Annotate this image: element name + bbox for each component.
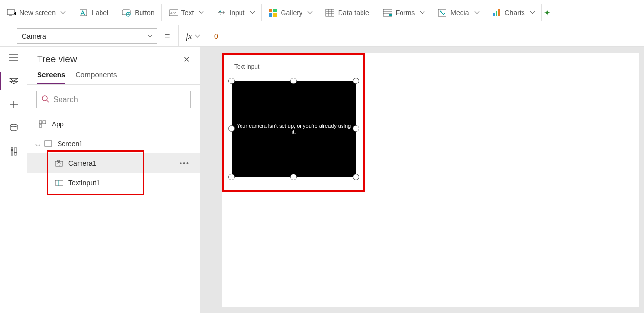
data-rail-icon[interactable]	[8, 122, 20, 134]
text-label: Text	[181, 9, 194, 17]
media-icon	[438, 8, 446, 17]
button-button[interactable]: Button	[115, 0, 161, 25]
resize-handle[interactable]	[290, 78, 297, 84]
text-button[interactable]: Abc Text	[162, 0, 210, 25]
screen-icon	[44, 139, 53, 148]
tree-item-screen[interactable]: Screen1	[27, 134, 200, 153]
chevron-down-icon	[307, 9, 312, 14]
svg-rect-36	[11, 147, 13, 155]
svg-rect-16	[326, 9, 334, 16]
property-name: Camera	[22, 32, 46, 40]
search-icon	[41, 95, 49, 104]
resize-handle[interactable]	[353, 174, 359, 180]
resize-handle[interactable]	[228, 174, 235, 180]
forms-label: Forms	[396, 9, 415, 17]
app-icon	[38, 120, 47, 128]
tree-item-label: Screen1	[58, 140, 83, 147]
input-icon	[217, 8, 225, 17]
formula-bar: Camera = fx 0	[0, 25, 644, 47]
resize-handle[interactable]	[228, 78, 235, 84]
tree-view-panel: Tree view ✕ Screens Components Search Ap…	[27, 47, 200, 313]
chevron-down-icon	[420, 9, 425, 14]
tree-view-rail-icon[interactable]	[8, 75, 20, 87]
left-rail	[0, 47, 27, 313]
tab-components[interactable]: Components	[75, 70, 117, 84]
charts-label: Charts	[505, 9, 525, 17]
svg-point-10	[220, 10, 221, 12]
fx-button[interactable]: fx	[178, 25, 208, 46]
input-button[interactable]: Input	[210, 0, 261, 25]
svg-rect-15	[273, 13, 277, 17]
more-icon[interactable]: •••	[180, 159, 190, 167]
gallery-button[interactable]: Gallery	[262, 0, 319, 25]
svg-text:Abc: Abc	[170, 11, 177, 15]
svg-rect-13	[273, 9, 277, 12]
chevron-down-icon[interactable]	[34, 140, 39, 147]
tree-item-camera1[interactable]: Camera1 •••	[27, 153, 200, 173]
svg-point-26	[440, 10, 442, 12]
svg-rect-45	[45, 141, 52, 146]
fx-label: fx	[186, 32, 192, 41]
property-selector[interactable]: Camera	[17, 28, 157, 44]
data-table-icon	[325, 8, 334, 17]
tree-item-textinput1[interactable]: TextInput1	[27, 173, 200, 192]
resize-handle[interactable]	[290, 174, 297, 180]
new-screen-button[interactable]: + New screen	[0, 0, 72, 25]
search-input[interactable]: Search	[36, 91, 191, 108]
tools-rail-icon[interactable]	[8, 146, 20, 157]
media-label: Media	[450, 9, 469, 17]
svg-rect-49	[55, 180, 63, 185]
button-icon	[122, 8, 131, 17]
svg-rect-38	[11, 149, 13, 151]
ribbon: + New screen Label Button Abc Text Input	[0, 0, 644, 25]
charts-button[interactable]: Charts	[485, 0, 541, 25]
formula-value: 0	[214, 32, 218, 40]
insert-rail-icon[interactable]	[8, 99, 20, 110]
plus-icon: ✦	[544, 9, 550, 17]
data-table-button[interactable]: Data table	[319, 0, 376, 25]
button-label: Button	[135, 9, 154, 17]
text-input-value: Text input	[234, 63, 259, 70]
formula-input[interactable]: 0	[207, 25, 644, 46]
resize-handle[interactable]	[228, 125, 235, 132]
hamburger-icon[interactable]	[8, 52, 20, 63]
label-icon	[79, 8, 88, 17]
chevron-down-icon	[199, 9, 204, 14]
tree-item-label: Camera1	[68, 159, 97, 167]
canvas-page[interactable]: Text input Your camera isn't set up, or …	[222, 53, 639, 307]
camera-control[interactable]: Your camera isn't set up, or you're alre…	[232, 81, 356, 177]
svg-point-48	[58, 162, 60, 165]
svg-rect-42	[39, 121, 42, 124]
tree-item-label: App	[52, 120, 64, 128]
add-icon-button[interactable]: ✦	[542, 0, 553, 25]
svg-rect-44	[39, 125, 42, 127]
close-icon[interactable]: ✕	[183, 55, 190, 64]
svg-point-35	[10, 124, 17, 127]
input-label: Input	[229, 9, 244, 17]
svg-point-40	[42, 96, 47, 101]
svg-rect-12	[269, 9, 272, 12]
resize-handle[interactable]	[353, 78, 359, 84]
gallery-label: Gallery	[281, 9, 302, 17]
tree-item-label: TextInput1	[68, 179, 100, 187]
forms-button[interactable]: Forms	[376, 0, 431, 25]
label-button[interactable]: Label	[72, 0, 115, 25]
svg-text:+: +	[14, 10, 16, 17]
text-input-control[interactable]: Text input	[231, 62, 326, 72]
media-button[interactable]: Media	[431, 0, 485, 25]
svg-rect-0	[7, 9, 14, 15]
svg-rect-24	[389, 14, 392, 16]
tree-item-app[interactable]: App	[27, 114, 200, 134]
panel-tabs: Screens Components	[27, 65, 200, 85]
canvas: Text input Your camera isn't set up, or …	[200, 47, 644, 313]
forms-icon	[383, 8, 392, 17]
label-label: Label	[92, 9, 108, 17]
svg-rect-14	[269, 13, 272, 17]
svg-rect-39	[14, 152, 17, 153]
tab-screens[interactable]: Screens	[37, 70, 65, 84]
gallery-icon	[268, 8, 277, 17]
camera-message: Your camera isn't set up, or you're alre…	[232, 123, 356, 135]
equals-sign: =	[157, 31, 178, 41]
chevron-down-icon	[474, 9, 479, 14]
resize-handle[interactable]	[353, 125, 359, 132]
